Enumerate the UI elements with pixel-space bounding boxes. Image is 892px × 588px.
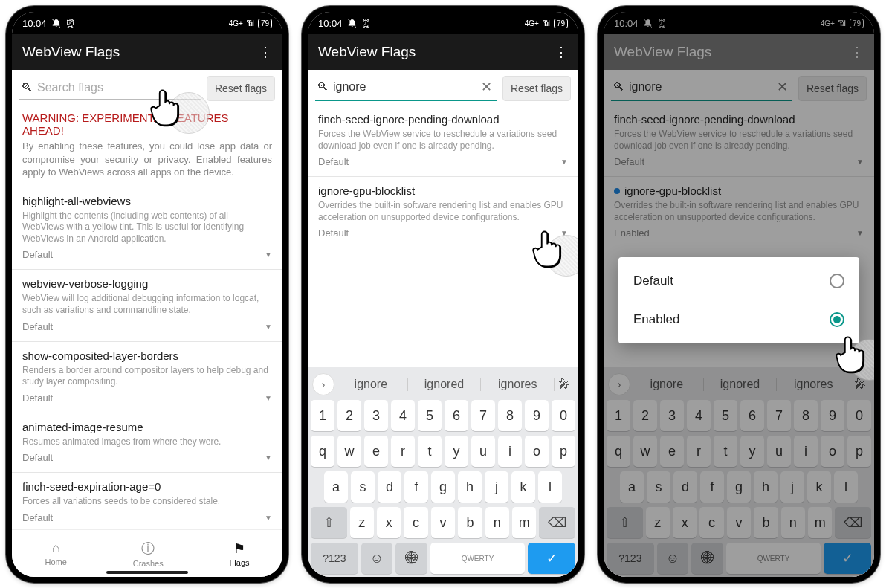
key[interactable]: n [485, 507, 509, 538]
key[interactable]: y [445, 436, 468, 467]
flag-value-dropdown[interactable]: Default▼ [22, 392, 272, 410]
key[interactable]: s [351, 471, 375, 503]
overflow-menu-icon[interactable]: ⋮ [850, 45, 864, 59]
key[interactable]: z [646, 507, 670, 538]
enter-key[interactable]: ✓ [824, 543, 871, 574]
suggestion[interactable]: ignored [408, 378, 482, 391]
key[interactable]: q [607, 436, 630, 467]
flag-item[interactable]: finch-seed-ignore-pending-download Force… [604, 106, 874, 176]
shift-key[interactable]: ⇧ [311, 507, 347, 538]
flag-value-dropdown[interactable]: Enabled▼ [614, 227, 864, 245]
key[interactable]: 6 [740, 400, 764, 431]
key[interactable]: 9 [525, 400, 549, 431]
key[interactable]: 3 [364, 400, 388, 431]
flag-value-dropdown[interactable]: Default▼ [22, 249, 272, 266]
key[interactable]: r [687, 436, 711, 467]
key[interactable]: c [404, 507, 427, 538]
flag-value-dropdown[interactable]: Default▼ [614, 156, 864, 173]
key[interactable]: o [525, 436, 549, 467]
key[interactable]: u [471, 436, 495, 467]
flag-item[interactable]: ignore-gpu-blocklist Overrides the built… [604, 177, 874, 248]
flag-item[interactable]: highlight-all-webviews Highlight the con… [12, 187, 282, 270]
soft-keyboard[interactable]: › ignore ignored ignores 🎤︎ 1 2 3 4 5 6 … [308, 367, 578, 577]
search-input[interactable]: 🔍︎ Search flags [19, 78, 201, 100]
flag-value-dropdown[interactable]: Default▼ [22, 512, 272, 529]
symbols-key[interactable]: ?123 [607, 543, 654, 574]
flag-value-dropdown[interactable]: Default▼ [22, 452, 272, 469]
flag-item[interactable]: webview-verbose-logging WebView will log… [12, 270, 282, 340]
key[interactable]: n [781, 507, 805, 538]
key[interactable]: 8 [498, 400, 522, 431]
key[interactable]: z [350, 507, 374, 538]
search-input[interactable]: 🔍︎ ignore ✕ [315, 76, 497, 101]
key[interactable]: t [418, 436, 442, 467]
key[interactable]: 0 [847, 400, 871, 431]
key[interactable]: 7 [471, 400, 495, 431]
nav-crashes[interactable]: ⓘ Crashes [133, 540, 164, 568]
key[interactable]: p [552, 436, 575, 467]
reset-flags-button[interactable]: Reset flags [798, 76, 867, 101]
key[interactable]: e [364, 436, 388, 467]
lang-key[interactable]: 🌐︎ [691, 543, 723, 574]
key[interactable]: i [794, 436, 818, 467]
key[interactable]: h [754, 471, 778, 503]
space-key[interactable]: QWERTY [726, 543, 821, 574]
key[interactable]: 5 [714, 400, 737, 431]
key[interactable]: 4 [687, 400, 711, 431]
space-key[interactable]: QWERTY [430, 543, 526, 574]
key[interactable]: g [727, 471, 751, 503]
key[interactable]: j [780, 471, 804, 503]
key[interactable]: 4 [391, 400, 415, 431]
key[interactable]: w [337, 436, 361, 467]
enter-key[interactable]: ✓ [528, 543, 575, 574]
key[interactable]: r [391, 436, 415, 467]
key[interactable]: f [700, 471, 724, 503]
key[interactable]: w [633, 436, 657, 467]
key[interactable]: h [458, 471, 482, 503]
key[interactable]: d [673, 471, 697, 503]
key[interactable]: e [660, 436, 684, 467]
content-list[interactable]: WARNING: EXPERIMENTAL FEATURES AHEAD! By… [12, 106, 282, 529]
key[interactable]: t [714, 436, 737, 467]
key[interactable]: v [431, 507, 455, 538]
key[interactable]: p [847, 436, 871, 467]
key[interactable]: f [404, 471, 428, 503]
key[interactable]: q [311, 436, 334, 467]
mic-icon[interactable]: 🎤︎ [555, 378, 574, 391]
reset-flags-button[interactable]: Reset flags [207, 76, 275, 101]
key[interactable]: 2 [337, 400, 361, 431]
emoji-key[interactable]: ☺ [361, 543, 393, 574]
key[interactable]: d [378, 471, 401, 503]
key[interactable]: 1 [311, 400, 334, 431]
overflow-menu-icon[interactable]: ⋮ [555, 45, 568, 59]
key[interactable]: m [808, 507, 832, 538]
suggestion[interactable]: ignore [630, 378, 704, 391]
key[interactable]: 8 [794, 400, 818, 431]
key[interactable]: a [324, 471, 348, 503]
key[interactable]: k [511, 471, 535, 503]
emoji-key[interactable]: ☺ [657, 543, 689, 574]
key[interactable]: x [673, 507, 697, 538]
key[interactable]: 2 [633, 400, 657, 431]
overflow-menu-icon[interactable]: ⋮ [259, 45, 272, 59]
key[interactable]: y [740, 436, 764, 467]
key[interactable]: 3 [660, 400, 684, 431]
key[interactable]: l [834, 471, 858, 503]
flag-item[interactable]: animated-image-resume Resumes animated i… [12, 413, 282, 473]
key[interactable]: b [754, 507, 778, 538]
key[interactable]: s [647, 471, 670, 503]
shift-key[interactable]: ⇧ [607, 507, 643, 538]
key[interactable]: 9 [821, 400, 844, 431]
key[interactable]: m [512, 507, 536, 538]
flag-item[interactable]: show-composited-layer-borders Renders a … [12, 342, 282, 413]
key[interactable]: 5 [418, 400, 442, 431]
key[interactable]: g [431, 471, 455, 503]
key[interactable]: 6 [445, 400, 468, 431]
option-default, radio-button[interactable]: Default [618, 262, 859, 300]
key[interactable]: k [807, 471, 831, 503]
suggestion[interactable]: ignores [481, 378, 555, 391]
key[interactable]: v [727, 507, 751, 538]
key[interactable]: u [767, 436, 791, 467]
key[interactable]: 1 [607, 400, 630, 431]
backspace-key[interactable]: ⌫ [835, 507, 871, 538]
